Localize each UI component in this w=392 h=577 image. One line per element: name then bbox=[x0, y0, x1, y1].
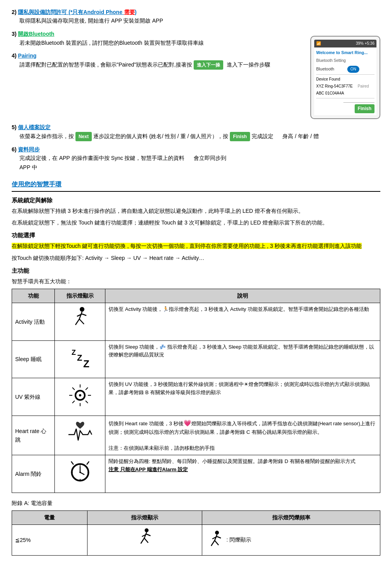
item-2-content: 取得隱私與設備存取同意後, 開始進行 APP 安裝並開啟 APP bbox=[19, 16, 380, 26]
phone-body: Welcome to Smart Ring... Bluetooth Setti… bbox=[314, 47, 376, 115]
phone-bt-setting: Bluetooth Setting bbox=[316, 58, 374, 64]
phone-bt-row: Bluetooth ON bbox=[316, 66, 374, 73]
svg-point-37 bbox=[215, 531, 219, 535]
activity-desc: 切換至 Activity 功能後，🏃指示燈會亮起，3 秒後進入 Activity… bbox=[105, 303, 380, 340]
heartrate-desc: 切換到 Heart rate 功能後，3 秒後💗燈開始閃爍顯示進入等待模式，請將… bbox=[105, 416, 380, 455]
activity-icon-cell bbox=[55, 303, 105, 340]
sleep-icon-cell: Z Z Z bbox=[55, 340, 105, 378]
battery-section: 附錄 A: 電池容量 電量 指示燈顯示 指示燈閃爍頻率 ≦25% bbox=[12, 499, 380, 556]
svg-point-19 bbox=[79, 394, 81, 396]
item-5: 5) 個人檔案設定 依螢幕之操作指示，按 Next 逐步設定您的個人資料 (姓名… bbox=[12, 123, 380, 141]
item-3-title-text: 開啟Bluetooth bbox=[18, 31, 54, 37]
item-4-title-text: Pairing bbox=[18, 53, 36, 59]
uv-icon-cell bbox=[55, 378, 105, 416]
svg-line-25 bbox=[87, 461, 89, 465]
table-row: Alarm 鬧鈴 bbox=[12, 455, 380, 493]
svg-line-40 bbox=[215, 540, 219, 545]
phone-divider-1 bbox=[316, 74, 374, 75]
alarm-icon-cell bbox=[55, 455, 105, 493]
phone-device-name-text: XYZ Ring-54C3F77E bbox=[316, 84, 353, 88]
battery-col-blink: 指示燈閃爍頻率 bbox=[202, 511, 380, 524]
phone-welcome: Welcome to Smart Ring... bbox=[316, 49, 374, 56]
item-5-finish-btn[interactable]: Finish bbox=[230, 132, 250, 141]
svg-line-5 bbox=[82, 314, 86, 316]
table-row: UV 紫外線 bbox=[12, 378, 380, 416]
item-5-title-text: 個人檔案設定 bbox=[18, 124, 51, 130]
svg-line-35 bbox=[142, 534, 147, 537]
item-5-mid: 逐步設定您的個人資料 (姓名/ 性別 / 重 / 個人照片），按 bbox=[93, 133, 229, 139]
heartrate-name: Heart rate 心跳 bbox=[12, 416, 55, 455]
svg-line-41 bbox=[212, 537, 217, 539]
heartrate-icon-inline: 💗 bbox=[184, 420, 191, 426]
item-6-num: 6) bbox=[12, 146, 16, 153]
svg-line-4 bbox=[77, 314, 82, 316]
battery-running-icon bbox=[135, 527, 154, 549]
battery-col-level: 電量 bbox=[12, 511, 88, 524]
sleep-desc: 切換到 Sleep 功能後，💤 指示燈會亮起，3 秒後進入 Sleep 功能並系… bbox=[105, 340, 380, 378]
svg-text:Z: Z bbox=[77, 353, 82, 363]
select-para1: 在解除鎖定狀態下輕按Touch 鍵可進行功能切換 , 每按一次切換一個功能 , … bbox=[12, 242, 380, 250]
uv-icon bbox=[66, 381, 94, 408]
battery-title: 附錄 A: 電池容量 bbox=[12, 499, 380, 507]
item-5-next-btn[interactable]: Next bbox=[75, 132, 92, 141]
item-5-right: 身高 / 年齡 / 體 bbox=[282, 133, 318, 139]
item-4-next-btn[interactable]: 進入下一操 bbox=[194, 60, 223, 70]
heartrate-desc-text: 切換到 Heart rate 功能後，3 秒後 bbox=[108, 421, 184, 426]
heartrate-icon bbox=[66, 419, 94, 446]
main-func-subtitle: 智慧手環共有五大功能： bbox=[12, 277, 380, 286]
battery-blink-text: : 閃爍顯示 bbox=[226, 537, 251, 543]
item-4: 📶 39% +5:36 Welcome to Smart Ring... Blu… bbox=[12, 51, 380, 119]
phone-bt-label: Bluetooth bbox=[316, 66, 347, 73]
item-3-title: 開啟Bluetooth bbox=[18, 31, 54, 37]
svg-line-42 bbox=[217, 537, 221, 538]
battery-table: 電量 指示燈顯示 指示燈閃爍頻率 ≦25% bbox=[12, 510, 380, 556]
svg-line-17 bbox=[86, 388, 88, 390]
phone-device-name: XYZ Ring-54C3F77E Paired bbox=[316, 83, 374, 89]
svg-line-33 bbox=[141, 538, 144, 544]
use-section-divider bbox=[12, 191, 380, 192]
item-6-right: 會立即同步到 bbox=[194, 155, 226, 161]
item-5-pre: 依螢幕之操作指示，按 bbox=[19, 133, 74, 139]
sleep-icon: Z Z Z bbox=[68, 343, 92, 370]
feature-table-header-row: 功能 指示燈顯示 說明 bbox=[12, 289, 380, 303]
sleep-name: Sleep 睡眠 bbox=[12, 340, 55, 378]
item-2-title: 隱私與設備訪問許可 (*只有Android Phone 需要) bbox=[18, 9, 136, 15]
feature-col-icon: 指示燈顯示 bbox=[55, 289, 105, 303]
svg-line-34 bbox=[144, 538, 148, 543]
item-4-num: 4) bbox=[12, 53, 16, 59]
battery-col-icon: 指示燈顯示 bbox=[87, 511, 202, 524]
table-row: Activity 活動 切換至 Activity 功能後，🏃指示燈會亮起 bbox=[12, 303, 380, 340]
alarm-name: Alarm 鬧鈴 bbox=[12, 455, 55, 493]
battery-header-row: 電量 指示燈顯示 指示燈閃爍頻率 bbox=[12, 511, 380, 524]
item-5-title: 個人檔案設定 bbox=[18, 124, 51, 130]
phone-finish-btn[interactable]: Finish bbox=[355, 104, 374, 113]
phone-finish-area: Finish bbox=[316, 102, 374, 113]
select-para1-text: 在解除鎖定狀態下輕按Touch 鍵可進行功能切換 , 每按一次切換一個功能 , … bbox=[12, 243, 362, 249]
item-6-title: 資料同步 bbox=[18, 146, 40, 153]
battery-row: ≦25% bbox=[12, 524, 380, 555]
item-2: 2) 隱私與設備訪問許可 (*只有Android Phone 需要) 取得隱私與… bbox=[12, 8, 380, 26]
alarm-desc: 鬧鈴提醒分為四種: 整點鬧鈴、每日鬧鈴、小睡提醒以及閒置提醒。請參考附錄 D 有… bbox=[105, 455, 380, 493]
item-6-text: 完成設定後，在 APP 的操作畫面中按 Sync 按鍵，智慧手環上的資料 bbox=[19, 155, 184, 161]
svg-line-15 bbox=[72, 388, 75, 390]
item-6-text2: APP 中 bbox=[19, 164, 37, 170]
feature-col-desc: 說明 bbox=[105, 289, 380, 303]
activity-icon bbox=[68, 305, 92, 333]
battery-blink-icon bbox=[205, 530, 225, 551]
item-4-title: Pairing bbox=[18, 53, 36, 59]
phone-paired: Paired bbox=[358, 84, 369, 88]
svg-text:Z: Z bbox=[83, 358, 89, 370]
phone-frame: 📶 39% +5:36 Welcome to Smart Ring... Blu… bbox=[310, 36, 380, 119]
svg-line-36 bbox=[147, 534, 150, 536]
item-5-num: 5) bbox=[12, 124, 16, 130]
table-row: Sleep 睡眠 Z Z Z 切換到 Sleep 功能後，💤 指示燈會亮起，3 … bbox=[12, 340, 380, 378]
main-container: 2) 隱私與設備訪問許可 (*只有Android Phone 需要) 取得隱私與… bbox=[12, 8, 380, 556]
svg-line-18 bbox=[72, 401, 75, 403]
item-5-end: 完成設定 bbox=[252, 133, 273, 139]
svg-line-3 bbox=[79, 319, 84, 324]
svg-line-16 bbox=[86, 401, 88, 403]
item-6-content: 完成設定後，在 APP 的操作畫面中按 Sync 按鍵，智慧手環上的資料 會立即… bbox=[19, 154, 380, 172]
use-section: 使用您的智慧手環 系統鎖定與解除 在系統解除狀態下持續 3 秒未進行操作的話，將… bbox=[12, 179, 380, 493]
uv-desc: 切換到 UV 功能後，3 秒後開始進行紫外線偵測；偵測過程中☀燈會閃爍顯示；偵測… bbox=[105, 378, 380, 416]
phone-device-found: Device Found bbox=[316, 76, 374, 82]
